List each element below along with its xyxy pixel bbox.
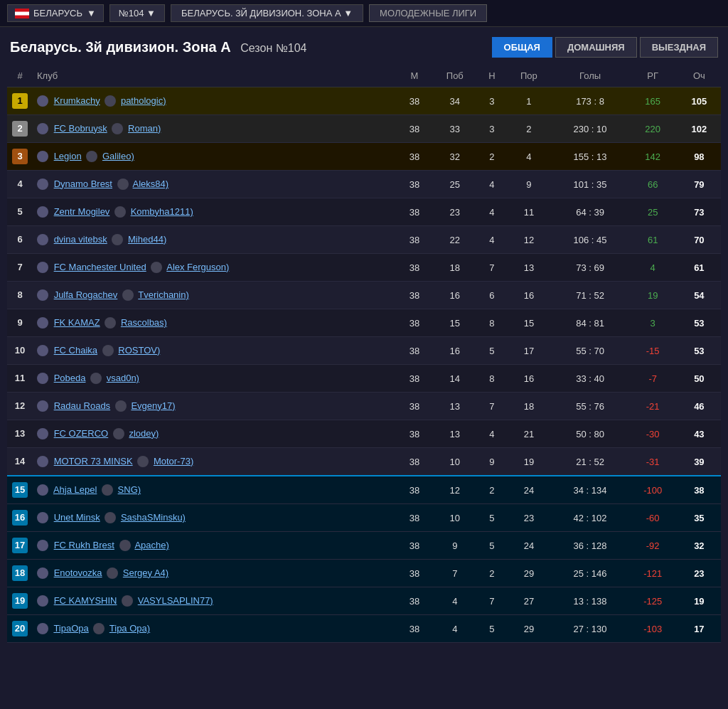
club-name[interactable]: Zentr Mogilev: [54, 206, 110, 217]
col-l: Пор: [505, 65, 552, 87]
page-title: Беларусь. 3й дивизион. Зона А: [10, 39, 231, 55]
user-link[interactable]: Kombyha1211): [131, 206, 193, 217]
club-name[interactable]: FC KAMYSHIN: [54, 595, 117, 606]
club-name[interactable]: FC OZERCO: [54, 428, 109, 439]
club-name[interactable]: FC Manchester United: [54, 262, 146, 272]
rank-cell: 4: [7, 171, 33, 198]
club-icon: [37, 289, 48, 301]
points-cell: 102: [678, 115, 721, 143]
user-link[interactable]: Mihed44): [128, 234, 166, 245]
club-name[interactable]: Krumkachy: [54, 95, 100, 106]
user-link[interactable]: Sergey A4): [123, 567, 168, 578]
season-label: Сезон №104: [240, 42, 306, 54]
user-icon: [107, 567, 118, 579]
league-nav-btn[interactable]: БЕЛАРУСЬ. 3Й ДИВИЗИОН. ЗОНА А ▼: [171, 4, 363, 22]
matches-cell: 38: [397, 143, 432, 171]
user-link[interactable]: Apache): [134, 540, 168, 550]
club-icon: [37, 540, 48, 551]
club-name[interactable]: TipaOpa: [53, 623, 88, 634]
toggle-away[interactable]: ВЫЕЗДНАЯ: [640, 37, 718, 58]
points-cell: 53: [678, 337, 721, 365]
goals-cell: 230 : 10: [552, 115, 628, 143]
rank-cell: 1: [7, 87, 33, 115]
points-cell: 105: [678, 87, 721, 115]
losses-cell: 17: [505, 337, 552, 365]
user-link[interactable]: vsad0n): [107, 373, 139, 383]
losses-cell: 24: [505, 476, 552, 504]
user-link[interactable]: Tipa Opa): [109, 623, 150, 634]
draws-cell: 8: [478, 365, 506, 393]
rank-cell: 8: [7, 282, 33, 309]
user-link[interactable]: zlodey): [129, 428, 159, 439]
club-name[interactable]: Legion: [54, 151, 82, 161]
user-link[interactable]: SashaSMinsku): [121, 512, 186, 523]
user-link[interactable]: ROSTOV): [118, 345, 160, 356]
club-name[interactable]: Ahja Lepel: [53, 484, 97, 495]
toggle-home[interactable]: ДОМАШНЯЯ: [555, 37, 637, 58]
user-link[interactable]: pathologic): [121, 95, 166, 106]
user-link[interactable]: Alex Ferguson): [166, 262, 229, 272]
club-name[interactable]: Radau Roads: [54, 400, 111, 411]
user-link[interactable]: SNG): [118, 484, 141, 495]
club-name[interactable]: Pobeda: [54, 373, 86, 383]
goals-cell: 64 : 39: [552, 198, 628, 226]
matches-cell: 38: [397, 448, 432, 476]
wins-cell: 25: [432, 171, 478, 198]
club-name[interactable]: MOTOR 73 MINSK: [54, 456, 133, 467]
club-name[interactable]: Unet Minsk: [54, 512, 100, 523]
goals-cell: 106 : 45: [552, 226, 628, 254]
user-icon: [90, 373, 102, 384]
user-link[interactable]: Rascolbas): [121, 317, 167, 328]
user-link[interactable]: Evgeny17): [131, 400, 175, 411]
club-cell: FC OZERCO zlodey): [33, 420, 397, 448]
draws-cell: 4: [478, 420, 506, 448]
season-nav-btn[interactable]: №104 ▼: [109, 4, 165, 22]
user-link[interactable]: Aleks84): [133, 178, 169, 189]
draws-cell: 3: [478, 115, 506, 143]
user-link[interactable]: VASYLSAPLIN77): [138, 595, 213, 606]
wins-cell: 22: [432, 226, 478, 254]
club-name[interactable]: FC Bobruysk: [54, 123, 107, 134]
club-icon: [37, 595, 48, 607]
club-name[interactable]: FC Chaika: [54, 345, 97, 356]
rank-cell: 6: [7, 226, 33, 254]
club-cell: FC Rukh Brest Apache): [33, 532, 397, 560]
goal-diff-cell: -100: [628, 476, 678, 504]
draws-cell: 4: [478, 171, 506, 198]
points-cell: 61: [678, 254, 721, 282]
draws-cell: 4: [478, 198, 506, 226]
rank-badge: 13: [12, 426, 28, 442]
club-icon: [37, 373, 48, 384]
club-icon: [37, 178, 48, 190]
country-selector[interactable]: БЕЛАРУСЬ ▼: [7, 4, 104, 22]
youth-leagues-btn[interactable]: МОЛОДЕЖНЫЕ ЛИГИ: [369, 4, 487, 22]
toggle-overall[interactable]: ОБЩАЯ: [492, 37, 552, 58]
table-row: 8 Julfa Rogachev Tverichanin) 38 16 6 16…: [7, 282, 721, 309]
goals-cell: 42 : 102: [552, 504, 628, 532]
user-link[interactable]: Galileo): [102, 151, 134, 161]
user-icon: [122, 595, 133, 607]
losses-cell: 16: [505, 282, 552, 309]
matches-cell: 38: [397, 171, 432, 198]
user-icon: [114, 206, 126, 218]
club-name[interactable]: Enotovozka: [54, 567, 102, 578]
user-link[interactable]: Roman): [128, 123, 161, 134]
user-link[interactable]: Motor-73): [154, 456, 193, 467]
club-cell: Enotovozka Sergey A4): [33, 560, 397, 587]
table-row: 17 FC Rukh Brest Apache) 38 9 5 24 36 : …: [7, 532, 721, 560]
flag-icon: [15, 9, 29, 18]
points-cell: 32: [678, 532, 721, 560]
wins-cell: 4: [432, 615, 478, 643]
table-row: 5 Zentr Mogilev Kombyha1211) 38 23 4 11 …: [7, 198, 721, 226]
points-cell: 70: [678, 226, 721, 254]
table-row: 15 Ahja Lepel SNG) 38 12 2 24 34 : 134 -…: [7, 476, 721, 504]
club-name[interactable]: dvina vitebsk: [54, 234, 107, 245]
table-row: 9 FK KAMAZ Rascolbas) 38 15 8 15 84 : 81…: [7, 309, 721, 337]
draws-cell: 2: [478, 476, 506, 504]
user-link[interactable]: Tverichanin): [138, 289, 189, 300]
club-name[interactable]: Julfa Rogachev: [54, 289, 118, 300]
club-cell: FK KAMAZ Rascolbas): [33, 309, 397, 337]
club-name[interactable]: Dynamo Brest: [54, 178, 112, 189]
club-name[interactable]: FC Rukh Brest: [54, 540, 114, 550]
club-name[interactable]: FK KAMAZ: [54, 317, 100, 328]
